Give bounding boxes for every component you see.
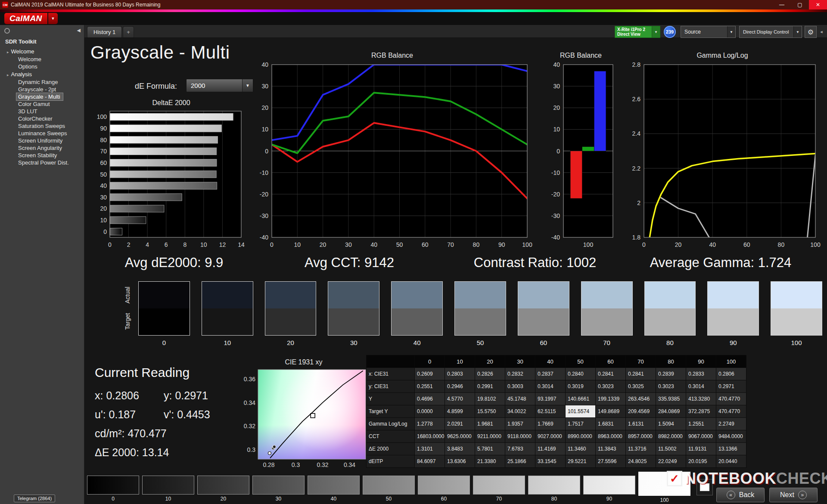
pattern-tile-10[interactable] (142, 476, 194, 495)
taskbar-notification[interactable]: Telegram (2864) (14, 495, 55, 502)
table-cell[interactable]: 3.8483 (445, 443, 475, 455)
table-cell[interactable]: 25.1866 (505, 455, 535, 468)
sidebar-menu-button[interactable] (4, 28, 10, 34)
table-cell[interactable]: 8990.0000 (566, 430, 596, 443)
table-cell[interactable]: 470.4770 (716, 393, 746, 405)
table-cell[interactable]: 0.3025 (626, 380, 656, 393)
table-cell[interactable]: 11.9131 (686, 443, 716, 455)
sidebar-section-welcome[interactable]: ▸Welcome (0, 47, 84, 56)
meter-dropdown[interactable]: X-Rite i1Pro 2 Direct View ▼ (615, 26, 660, 38)
table-cell[interactable]: 13.6306 (445, 455, 475, 468)
collapse-panel-button[interactable]: ◄ (818, 26, 825, 38)
table-cell[interactable]: 101.5574 (566, 405, 596, 418)
table-cell[interactable]: 11.5002 (656, 443, 686, 455)
table-cell[interactable]: 0.2841 (626, 368, 656, 380)
table-cell[interactable]: 11.3460 (566, 443, 596, 455)
pattern-tile-30[interactable] (252, 476, 305, 495)
table-cell[interactable]: 0.0000 (415, 405, 445, 418)
table-cell[interactable]: 0.2841 (596, 368, 626, 380)
sidebar-collapse-button[interactable]: ◀ (77, 28, 81, 33)
table-cell[interactable]: 16803.0000 (415, 430, 445, 443)
table-cell[interactable]: 7.6783 (505, 443, 535, 455)
sidebar-item-grayscale-multi[interactable]: Grayscale - Multi (16, 93, 63, 100)
table-cell[interactable]: 413.3280 (686, 393, 716, 405)
table-cell[interactable]: 9484.0000 (716, 430, 746, 443)
pattern-tile-90[interactable] (583, 476, 635, 495)
table-cell[interactable]: 2.0291 (445, 418, 475, 430)
table-cell[interactable]: 2.2749 (716, 418, 746, 430)
table-cell[interactable]: 9027.0000 (535, 430, 566, 443)
table-cell[interactable]: 0.2971 (716, 380, 746, 393)
table-cell[interactable]: 45.1748 (505, 393, 535, 405)
table-cell[interactable]: 0.2803 (445, 368, 475, 380)
pattern-tile-80[interactable] (528, 476, 580, 495)
table-cell[interactable]: 4.8599 (445, 405, 475, 418)
source-dropdown[interactable]: Source ▼ (681, 26, 736, 38)
table-cell[interactable]: 0.2826 (475, 368, 505, 380)
table-cell[interactable]: 0.2609 (415, 368, 445, 380)
sidebar-item-options[interactable]: Options (16, 63, 40, 70)
table-cell[interactable]: 9211.0000 (475, 430, 505, 443)
table-cell[interactable]: 284.0869 (656, 405, 686, 418)
table-cell[interactable]: 372.2875 (686, 405, 716, 418)
table-cell[interactable]: 11.3843 (596, 443, 626, 455)
table-cell[interactable]: 4.5770 (445, 393, 475, 405)
close-button[interactable]: ✕ (809, 0, 827, 9)
table-cell[interactable]: 149.8689 (596, 405, 626, 418)
table-cell[interactable]: 0.3014 (686, 380, 716, 393)
table-cell[interactable]: 0.2551 (415, 380, 445, 393)
sidebar-item-screen-angularity[interactable]: Screen Angularity (16, 144, 65, 152)
tab-add-button[interactable]: + (123, 26, 134, 37)
table-cell[interactable]: 93.1997 (535, 393, 566, 405)
table-cell[interactable]: 1.6131 (626, 418, 656, 430)
table-cell[interactable]: 0.4696 (415, 393, 445, 405)
table-cell[interactable]: 22.0249 (656, 455, 686, 468)
table-cell[interactable]: 29.5221 (566, 455, 596, 468)
table-cell[interactable]: 9118.0000 (505, 430, 535, 443)
pattern-tile-20[interactable] (197, 476, 249, 495)
table-cell[interactable]: 84.6097 (415, 455, 445, 468)
table-cell[interactable]: 209.4569 (626, 405, 656, 418)
table-cell[interactable]: 20.0440 (716, 455, 746, 468)
table-cell[interactable]: 0.2833 (686, 368, 716, 380)
back-button[interactable]: « Back (716, 488, 765, 502)
table-cell[interactable]: 27.5596 (596, 455, 626, 468)
table-cell[interactable]: 140.6661 (566, 393, 596, 405)
table-cell[interactable]: 8982.0000 (656, 430, 686, 443)
table-cell[interactable]: 15.5750 (475, 405, 505, 418)
table-cell[interactable]: 0.2837 (535, 368, 566, 380)
table-cell[interactable]: 0.3019 (566, 380, 596, 393)
sidebar-item-grayscale-2pt[interactable]: Grayscale - 2pt (16, 86, 59, 93)
table-cell[interactable]: 1.3101 (415, 443, 445, 455)
table-cell[interactable]: 0.2991 (475, 380, 505, 393)
table-cell[interactable]: 11.3716 (626, 443, 656, 455)
table-cell[interactable]: 1.9681 (475, 418, 505, 430)
pattern-tile-50[interactable] (363, 476, 415, 495)
table-cell[interactable]: 8963.0000 (596, 430, 626, 443)
sidebar-item-luminance-sweeps[interactable]: Luminance Sweeps (16, 130, 69, 137)
settings-button[interactable]: ⚙ (805, 26, 817, 38)
table-cell[interactable]: 1.2551 (686, 418, 716, 430)
table-cell[interactable]: 1.9357 (505, 418, 535, 430)
table-cell[interactable]: 24.8025 (626, 455, 656, 468)
table-cell[interactable]: 0.2839 (656, 368, 686, 380)
table-cell[interactable]: 0.2840 (566, 368, 596, 380)
table-cell[interactable]: 11.4169 (535, 443, 566, 455)
table-cell[interactable]: 0.3023 (596, 380, 626, 393)
table-cell[interactable]: 0.2806 (716, 368, 746, 380)
sidebar-item-screen-stability[interactable]: Screen Stability (16, 152, 59, 159)
table-cell[interactable]: 335.9385 (656, 393, 686, 405)
table-cell[interactable]: 263.4546 (626, 393, 656, 405)
tab-history-1[interactable]: History 1 (87, 26, 122, 37)
table-cell[interactable]: 1.7517 (566, 418, 596, 430)
sidebar-item-screen-uniformity[interactable]: Screen Uniformity (16, 137, 65, 144)
minimize-button[interactable]: — (773, 0, 791, 9)
sidebar-item-color-gamut[interactable]: Color Gamut (16, 100, 53, 108)
de-formula-select[interactable]: 2000 ▼ (186, 79, 253, 92)
table-cell[interactable]: 0.2946 (445, 380, 475, 393)
sidebar-item-3d-lut[interactable]: 3D LUT (16, 108, 40, 115)
sidebar-item-welcome[interactable]: Welcome (16, 56, 44, 63)
pattern-tile-60[interactable] (418, 476, 470, 495)
display-control-dropdown[interactable]: Direct Display Control ▼ (739, 26, 802, 38)
table-cell[interactable]: 34.0022 (505, 405, 535, 418)
